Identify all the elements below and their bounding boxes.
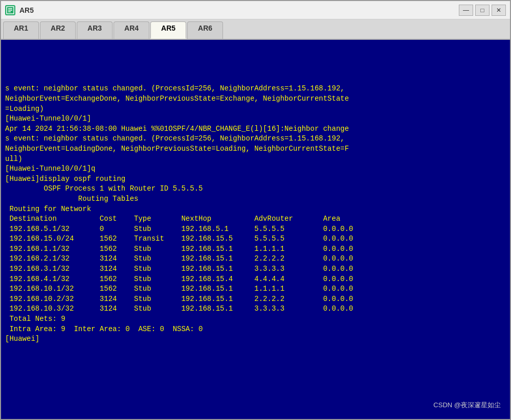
terminal-line: Apr 14 2024 21:56:38-08:00 Huawei %%01OS… bbox=[5, 124, 506, 134]
terminal-line: [Huawei] bbox=[5, 334, 506, 344]
terminal-line: [Huawei-Tunnel0/0/1] bbox=[5, 114, 506, 124]
terminal-line: Intra Area: 9 Inter Area: 0 ASE: 0 NSSA:… bbox=[5, 324, 506, 335]
terminal-line: Total Nets: 9 bbox=[5, 314, 506, 324]
app-icon bbox=[5, 5, 15, 15]
terminal-line: Routing for Network bbox=[5, 204, 506, 215]
terminal-area[interactable]: s event: neighbor status changed. (Proce… bbox=[1, 40, 510, 419]
terminal-line: 192.168.1.1/32 1562 Stub 192.168.15.1 1.… bbox=[5, 244, 506, 254]
terminal-line: 192.168.4.1/32 1562 Stub 192.168.15.4 4.… bbox=[5, 274, 506, 285]
maximize-button[interactable]: □ bbox=[475, 5, 490, 16]
tab-ar5[interactable]: AR5 bbox=[150, 21, 186, 39]
tab-bar: AR1AR2AR3AR4AR5AR6 bbox=[1, 19, 510, 40]
terminal-line: Destination Cost Type NextHop AdvRouter … bbox=[5, 214, 506, 224]
terminal-line: =Loading) bbox=[5, 104, 506, 114]
close-button[interactable]: ✕ bbox=[492, 5, 506, 16]
title-bar-left: AR5 bbox=[5, 5, 34, 15]
tab-ar3[interactable]: AR3 bbox=[77, 21, 113, 39]
terminal-line: ull) bbox=[5, 154, 506, 165]
terminal-content: s event: neighbor status changed. (Proce… bbox=[5, 64, 506, 419]
terminal-line: NeighborEvent=ExchangeDone, NeighborPrev… bbox=[5, 94, 506, 104]
terminal-line: OSPF Process 1 with Router ID 5.5.5.5 bbox=[5, 184, 506, 194]
terminal-line: [Huawei-Tunnel0/0/1]q bbox=[5, 164, 506, 174]
terminal-line: 192.168.15.0/24 1562 Transit 192.168.15.… bbox=[5, 234, 506, 244]
tab-ar2[interactable]: AR2 bbox=[40, 21, 76, 39]
tab-ar6[interactable]: AR6 bbox=[187, 21, 223, 39]
tab-ar4[interactable]: AR4 bbox=[114, 21, 149, 39]
tab-ar1[interactable]: AR1 bbox=[3, 21, 39, 39]
terminal-line: 192.168.5.1/32 0 Stub 192.168.5.1 5.5.5.… bbox=[5, 224, 506, 235]
terminal-line: NeighborEvent=LoadingDone, NeighborPrevi… bbox=[5, 144, 506, 154]
terminal-line: 192.168.10.2/32 3124 Stub 192.168.15.1 2… bbox=[5, 294, 506, 305]
title-bar: AR5 — □ ✕ bbox=[1, 1, 510, 19]
terminal-line: 192.168.3.1/32 3124 Stub 192.168.15.1 3.… bbox=[5, 264, 506, 274]
main-window: AR5 — □ ✕ AR1AR2AR3AR4AR5AR6 s event: ne… bbox=[0, 0, 511, 420]
minimize-button[interactable]: — bbox=[459, 5, 473, 16]
terminal-line: [Huawei]display ospf routing bbox=[5, 174, 506, 184]
window-controls: — □ ✕ bbox=[459, 5, 506, 16]
window-title: AR5 bbox=[19, 6, 34, 14]
terminal-line: 192.168.2.1/32 3124 Stub 192.168.15.1 2.… bbox=[5, 254, 506, 264]
terminal-line: s event: neighbor status changed. (Proce… bbox=[5, 134, 506, 144]
terminal-line: s event: neighbor status changed. (Proce… bbox=[5, 84, 506, 94]
terminal-line: 192.168.10.3/32 3124 Stub 192.168.15.1 3… bbox=[5, 304, 506, 314]
terminal-line: Routing Tables bbox=[5, 194, 506, 204]
terminal-line: 192.168.10.1/32 1562 Stub 192.168.15.1 1… bbox=[5, 284, 506, 294]
watermark: CSDN @夜深邃星如尘 bbox=[433, 401, 501, 410]
